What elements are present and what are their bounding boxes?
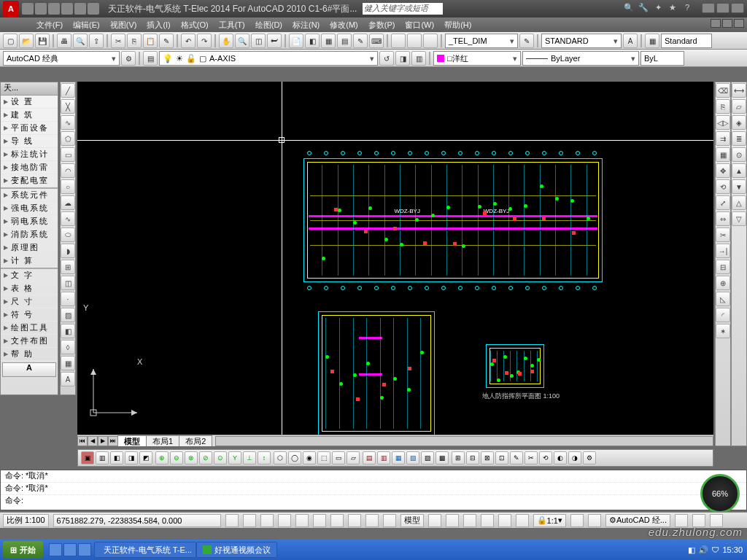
exchange-icon[interactable]: ✦ (652, 3, 664, 15)
wheel-status-button[interactable] (498, 514, 511, 527)
tl-28[interactable]: ⊠ (481, 451, 494, 464)
tl-14[interactable]: ⬡ (274, 451, 287, 464)
pan-status-button[interactable] (463, 514, 476, 527)
tl-17[interactable]: ⬚ (317, 451, 330, 464)
text-edit-button[interactable]: A (623, 34, 638, 48)
cmd-input[interactable]: 命令: (1, 495, 746, 508)
open-button[interactable]: 📂 (19, 34, 34, 48)
tab-prev-button[interactable]: ◀ (88, 436, 98, 446)
tl-5[interactable]: ◩ (139, 451, 152, 464)
tray-icon-1[interactable]: ◧ (688, 545, 695, 555)
region-mass-button[interactable]: ◈ (732, 115, 746, 130)
annoscale-combo[interactable]: 🔒 1:1 ▾ (533, 514, 566, 527)
ql-explorer-icon[interactable] (78, 543, 91, 556)
qat-save-icon[interactable] (48, 3, 60, 15)
menu-modify[interactable]: 修改(M) (330, 20, 358, 31)
menu-help[interactable]: 帮助(H) (444, 20, 471, 31)
infocenter-icon[interactable]: 🔍 (623, 3, 635, 15)
point-button[interactable]: · (61, 292, 75, 306)
telec-item-5[interactable]: ▶接地防雷 (1, 161, 58, 174)
telec-item-0[interactable]: ▶设 置 (1, 96, 58, 109)
dyn-toggle[interactable] (348, 514, 361, 527)
table-draw-button[interactable]: ▦ (61, 356, 75, 370)
tl-22[interactable]: ▦ (392, 451, 405, 464)
tl-1[interactable]: ▣ (81, 451, 94, 464)
zoom-window-button[interactable]: ◫ (251, 34, 266, 48)
tl-6[interactable]: ⊕ (155, 451, 169, 464)
telec-item-19[interactable]: ▶绘图工具 (1, 322, 58, 335)
mirror-button[interactable]: ◁▷ (716, 115, 730, 130)
erase-button[interactable]: ⌫ (716, 83, 730, 98)
telec-item-1[interactable]: ▶建 筑 (1, 109, 58, 122)
props-button[interactable]: 📄 (289, 34, 303, 48)
tab-first-button[interactable]: ⏮ (77, 436, 88, 446)
polygon-button[interactable]: ⬠ (61, 131, 75, 146)
pan-button[interactable]: ✋ (219, 34, 233, 48)
help-icon[interactable]: ? (681, 3, 693, 15)
dimstyle-combo[interactable]: _TEL_DIM▾ (445, 34, 518, 48)
ellipse-arc-button[interactable]: ◗ (61, 244, 75, 258)
maximize-button[interactable] (716, 3, 729, 13)
telec-item-15[interactable]: ▶文 字 (1, 269, 58, 282)
tl-19[interactable]: ▱ (347, 451, 360, 464)
tray-icon-2[interactable]: 🔊 (698, 545, 708, 555)
telec-item-8[interactable]: ▶系统元件 (1, 189, 58, 202)
menu-format[interactable]: 格式(O) (181, 20, 209, 31)
menu-param[interactable]: 参数(P) (368, 20, 395, 31)
back-button[interactable]: ▼ (732, 179, 746, 194)
extend-button[interactable]: →| (716, 244, 730, 258)
qat-print-icon[interactable] (88, 3, 99, 15)
above-button[interactable]: △ (732, 195, 746, 210)
tl-27[interactable]: ⊟ (466, 451, 479, 464)
network-meter-widget[interactable]: 66% ↑ 3.8K/s ↓ 0K/s (700, 474, 740, 513)
minimize-button[interactable] (702, 3, 715, 13)
save-button[interactable]: 💾 (35, 34, 50, 48)
front-button[interactable]: ▲ (732, 163, 746, 178)
tl-23[interactable]: ▧ (406, 451, 419, 464)
dim-edit-button[interactable]: ✎ (519, 34, 534, 48)
make-block-button[interactable]: ◫ (61, 276, 75, 290)
qp-toggle[interactable] (383, 514, 396, 527)
tray-clock[interactable]: 15:30 (722, 545, 743, 554)
copy-button[interactable]: ⎘ (127, 34, 142, 48)
lwt-toggle[interactable] (365, 514, 379, 527)
chamfer-button[interactable]: ◺ (716, 292, 730, 306)
tl-34[interactable]: ◑ (568, 451, 581, 464)
tl-31[interactable]: ✂ (525, 451, 538, 464)
telec-item-4[interactable]: ▶标注统计 (1, 148, 58, 161)
snap-toggle[interactable] (225, 514, 239, 527)
below-button[interactable]: ▽ (732, 211, 746, 226)
key-icon[interactable]: 🔧 (638, 3, 649, 15)
telec-item-2[interactable]: ▶平面设备 (1, 122, 58, 135)
ellipse-button[interactable]: ⬭ (61, 228, 75, 242)
paste-button[interactable]: 📋 (143, 34, 158, 48)
copy2-button[interactable]: ⎘ (716, 99, 730, 114)
explode-button[interactable]: ✶ (716, 324, 730, 338)
new-button[interactable]: ▢ (3, 34, 18, 48)
app-logo[interactable]: A (3, 1, 19, 17)
tl-18[interactable]: ▭ (332, 451, 345, 464)
start-button[interactable]: ⊞ 开始 (3, 541, 43, 559)
qv-layouts-button[interactable] (428, 514, 441, 527)
tl-35[interactable]: ⚙ (583, 451, 596, 464)
polyline-button[interactable]: ∿ (61, 115, 75, 130)
area-button[interactable]: ▱ (732, 99, 746, 114)
system-tray[interactable]: ◧ 🔊 🛡 15:30 (684, 545, 747, 555)
redo-button[interactable]: ↷ (197, 34, 212, 48)
layer-prev-button[interactable]: ↺ (379, 51, 394, 66)
tl-7[interactable]: ⊖ (170, 451, 183, 464)
telec-item-10[interactable]: ▶弱电系统 (1, 215, 58, 228)
tab-last-button[interactable]: ⏭ (108, 436, 118, 446)
publish-button[interactable]: ⇪ (89, 34, 104, 48)
tl-33[interactable]: ◐ (554, 451, 567, 464)
qat-redo-icon[interactable] (74, 3, 86, 15)
spline-button[interactable]: ∿ (61, 211, 75, 226)
ql-ie-icon[interactable] (49, 543, 62, 556)
star-icon[interactable]: ★ (667, 3, 678, 15)
tl-20[interactable]: ▤ (363, 451, 376, 464)
qat-new-icon[interactable] (22, 3, 34, 15)
mtext-button[interactable]: A (61, 372, 75, 386)
layer-state-button[interactable]: ▥ (411, 51, 426, 66)
tl-16[interactable]: ◉ (303, 451, 316, 464)
gradient-button[interactable]: ◧ (61, 324, 75, 338)
